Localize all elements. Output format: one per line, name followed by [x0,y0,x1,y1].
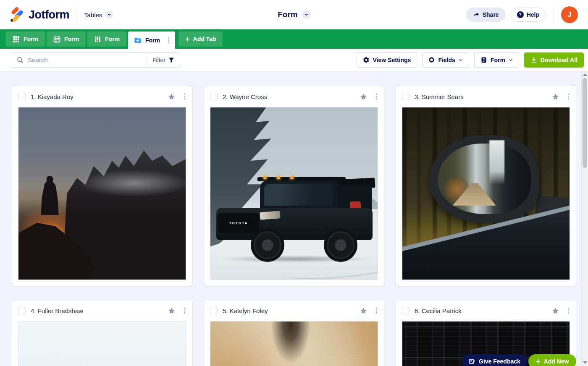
gear-icon [363,57,370,63]
card-header: 5. Katelyn Foley [204,300,384,321]
user-avatar[interactable]: J [561,6,578,23]
report-chart-icon [94,36,101,43]
fields-button[interactable]: Fields [422,52,469,68]
chevron-down-icon [105,11,113,18]
view-settings-label: View Settings [373,57,411,63]
plus-icon: + [185,35,190,43]
star-favorite-icon[interactable] [551,93,559,101]
scrollbar-thumb[interactable] [583,78,587,168]
filter-label: Filter [152,57,165,63]
help-button[interactable]: ? Help [511,8,546,22]
tab-form-table[interactable]: Form [6,31,45,47]
star-favorite-icon[interactable] [360,93,368,101]
card-image [402,107,570,280]
card-menu-kebab-icon[interactable] [375,93,378,100]
card-header: 6. Cecilia Patrick [396,300,576,321]
top-header: Jotform Tables Form Share ? Help [0,0,588,29]
card-menu-kebab-icon[interactable] [567,93,570,100]
vertical-scrollbar[interactable] [581,71,588,366]
tab-label: Form [145,37,160,44]
download-all-button[interactable]: Download All [524,52,584,68]
scroll-up-arrow-icon[interactable] [583,73,587,76]
chevron-down-icon [459,58,463,62]
chevron-down-icon [509,58,513,62]
row-checkbox[interactable] [210,307,218,314]
card-header: 3. Summer Sears [396,86,576,107]
entry-card[interactable]: 5. Katelyn Foley [204,300,384,366]
add-tab-button[interactable]: + Add Tab [178,31,223,47]
help-label: Help [527,11,539,18]
card-menu-kebab-icon[interactable] [567,307,570,314]
card-title: 2. Wayne Cross [223,93,354,100]
entry-card[interactable]: 4. Fuller Bradshaw [12,300,192,366]
chevron-down-icon [302,10,310,19]
header-divider [553,5,554,24]
card-title: 4. Fuller Bradshaw [31,307,163,314]
cards-grid: 1. Kiayada Roy 2. Wayne Cross [0,71,588,366]
form-document-icon [480,57,487,63]
share-button[interactable]: Share [466,8,506,22]
search-input[interactable] [27,56,147,64]
star-favorite-icon[interactable] [551,307,559,315]
calendar-icon [53,36,60,43]
star-favorite-icon[interactable] [168,93,176,101]
card-image: TOYOTA [210,107,378,280]
row-checkbox[interactable] [18,307,26,314]
filter-button[interactable]: Filter [147,53,180,67]
table-grid-icon [13,36,20,43]
give-feedback-label: Give Feedback [479,358,520,365]
plus-icon: + [536,358,541,365]
form-menu-button[interactable]: Form [474,52,519,68]
card-menu-kebab-icon[interactable] [183,93,186,100]
tab-form-uploads-active[interactable]: Form [128,31,175,49]
give-feedback-button[interactable]: Give Feedback [462,354,527,366]
logo-text: Jotform [29,8,69,21]
search-icon [12,57,27,63]
page-title: Form [278,10,298,19]
fields-label: Fields [438,57,455,63]
row-checkbox[interactable] [210,93,218,100]
page-title-dropdown[interactable]: Form [278,10,310,19]
view-tab-bar: Form Form [0,29,588,49]
product-switcher[interactable]: Tables [84,11,113,18]
star-favorite-icon[interactable] [360,307,368,315]
card-menu-kebab-icon[interactable] [183,307,186,314]
tab-menu-kebab-icon[interactable] [167,37,170,44]
entry-card[interactable]: 1. Kiayada Roy [12,86,192,286]
star-favorite-icon[interactable] [168,307,176,315]
add-tab-label: Add Tab [193,36,216,42]
feedback-icon [469,358,475,365]
row-checkbox[interactable] [402,307,410,314]
row-checkbox[interactable] [18,93,26,100]
view-settings-button[interactable]: View Settings [357,52,417,68]
add-new-button[interactable]: + Add New [528,354,576,366]
fields-toggle-icon [428,57,435,63]
card-title: 5. Katelyn Foley [223,307,354,314]
jotform-logo[interactable]: Jotform [10,8,69,22]
card-header: 1. Kiayada Roy [12,86,192,107]
card-header: 2. Wayne Cross [204,86,384,107]
tab-form-report[interactable]: Form [87,31,126,47]
tab-label: Form [24,36,38,42]
entry-card[interactable]: 3. Summer Sears [396,86,576,286]
entry-card[interactable]: 2. Wayne Cross TOYOTA [204,86,384,286]
card-title: 1. Kiayada Roy [31,93,163,100]
card-title: 3. Summer Sears [415,93,546,100]
card-menu-kebab-icon[interactable] [375,307,378,314]
product-label: Tables [84,11,102,18]
card-header: 4. Fuller Bradshaw [12,300,192,321]
toolbar-actions: View Settings Fields Form [357,52,584,68]
jotform-tables-app: Jotform Tables Form Share ? Help [0,0,588,366]
table-toolbar: Filter View Settings Fields [0,49,588,71]
share-label: Share [483,11,499,18]
form-label: Form [491,57,505,63]
download-all-label: Download All [541,57,578,63]
header-divider [76,6,76,23]
tab-form-calendar[interactable]: Form [47,31,86,47]
row-checkbox[interactable] [402,93,410,100]
header-actions: Share ? Help J [466,0,578,29]
card-image [18,107,186,280]
download-icon [530,57,537,63]
scroll-down-arrow-icon[interactable] [583,361,587,364]
filter-funnel-icon [168,57,174,63]
